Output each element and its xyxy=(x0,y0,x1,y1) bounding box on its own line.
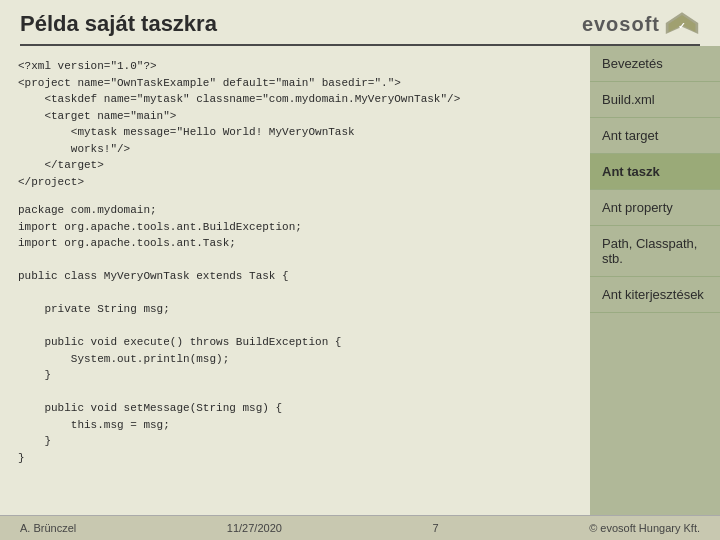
footer-author: A. Brünczel xyxy=(20,522,76,534)
sidebar: Bevezetés Build.xml Ant target Ant taszk… xyxy=(590,46,720,515)
footer-copyright: © evosoft Hungary Kft. xyxy=(589,522,700,534)
sidebar-item-bevezetés[interactable]: Bevezetés xyxy=(590,46,720,82)
slide-title: Példa saját taszkra xyxy=(20,11,217,37)
sidebar-item-ant-taszk[interactable]: Ant taszk xyxy=(590,154,720,190)
evosoft-logo-icon: ✓ xyxy=(664,10,700,38)
svg-text:✓: ✓ xyxy=(678,21,686,31)
java-code-block: package com.mydomain; import org.apache.… xyxy=(18,202,572,466)
main-content: <?xml version="1.0"?> <project name="Own… xyxy=(0,46,720,515)
code-area: <?xml version="1.0"?> <project name="Own… xyxy=(0,46,590,515)
sidebar-item-ant-target[interactable]: Ant target xyxy=(590,118,720,154)
sidebar-item-path-classpath[interactable]: Path, Classpath, stb. xyxy=(590,226,720,277)
sidebar-item-build-xml[interactable]: Build.xml xyxy=(590,82,720,118)
sidebar-item-ant-kiterjesztések[interactable]: Ant kiterjesztések xyxy=(590,277,720,313)
footer: A. Brünczel 11/27/2020 7 © evosoft Hunga… xyxy=(0,515,720,540)
xml-code-block: <?xml version="1.0"?> <project name="Own… xyxy=(18,58,572,190)
slide: Példa saját taszkra evosoft ✓ <?xml vers… xyxy=(0,0,720,540)
logo-text: evosoft xyxy=(582,13,660,36)
sidebar-item-ant-property[interactable]: Ant property xyxy=(590,190,720,226)
header: Példa saját taszkra evosoft ✓ xyxy=(0,0,720,44)
footer-date: 11/27/2020 xyxy=(227,522,282,534)
logo-container: evosoft ✓ xyxy=(582,10,700,38)
footer-page: 7 xyxy=(432,522,438,534)
